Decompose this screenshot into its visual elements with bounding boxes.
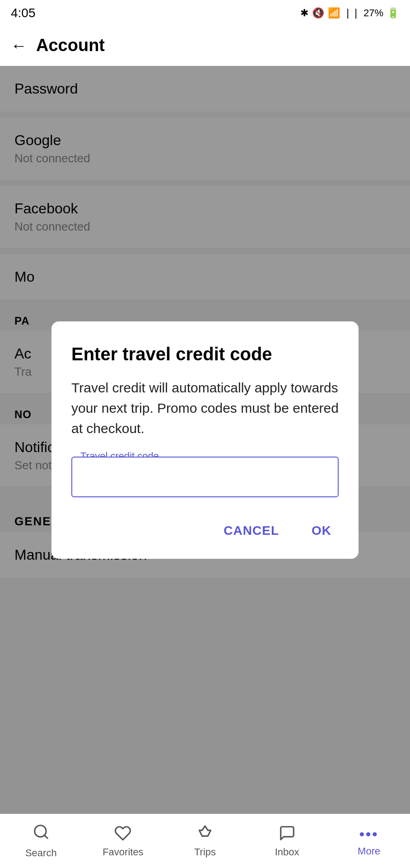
account-header: ← Account: [0, 25, 410, 66]
dialog-title: Enter travel credit code: [71, 343, 339, 365]
favorites-icon: [114, 825, 131, 844]
nav-more[interactable]: ••• More: [328, 826, 410, 857]
favorites-label: Favorites: [102, 846, 143, 858]
nav-favorites[interactable]: Favorites: [82, 825, 164, 858]
search-icon: [33, 823, 50, 844]
travel-credit-dialog: Enter travel credit code Travel credit w…: [51, 321, 359, 559]
more-icon: •••: [359, 826, 379, 843]
signal-icon: ❘❘: [344, 7, 360, 19]
inbox-icon: [279, 825, 296, 844]
page-title: Account: [36, 36, 105, 55]
cancel-button[interactable]: CANCEL: [216, 519, 286, 542]
svg-line-1: [44, 835, 47, 838]
credit-code-input-wrapper: Travel credit code: [71, 457, 339, 497]
credit-code-input[interactable]: [71, 457, 339, 497]
bluetooth-icon: ✱: [300, 7, 308, 19]
battery-level: 27%: [363, 7, 383, 19]
inbox-label: Inbox: [275, 846, 299, 858]
wifi-icon: 📶: [328, 7, 340, 19]
status-icons: ✱ 🔇 📶 ❘❘ 27% 🔋: [300, 7, 399, 19]
dialog-actions: CANCEL OK: [71, 519, 339, 542]
main-content: Password Google Not connected Facebook N…: [0, 66, 410, 814]
nav-trips[interactable]: Trips: [164, 825, 246, 858]
trips-label: Trips: [194, 846, 216, 858]
status-time: 4:05: [11, 6, 36, 20]
dialog-overlay: Enter travel credit code Travel credit w…: [0, 66, 410, 814]
ok-button[interactable]: OK: [304, 519, 339, 542]
battery-icon: 🔋: [387, 7, 399, 19]
nav-inbox[interactable]: Inbox: [246, 825, 328, 858]
back-button[interactable]: ←: [11, 36, 27, 55]
nav-search[interactable]: Search: [0, 823, 82, 859]
status-bar: 4:05 ✱ 🔇 📶 ❘❘ 27% 🔋: [0, 0, 410, 25]
trips-icon: [196, 825, 214, 844]
dialog-body: Travel credit will automatically apply t…: [71, 377, 339, 439]
bottom-nav: Search Favorites Trips Inbox ••• More: [0, 814, 410, 868]
search-label: Search: [25, 847, 57, 859]
more-label: More: [358, 845, 380, 857]
mute-icon: 🔇: [312, 7, 324, 19]
